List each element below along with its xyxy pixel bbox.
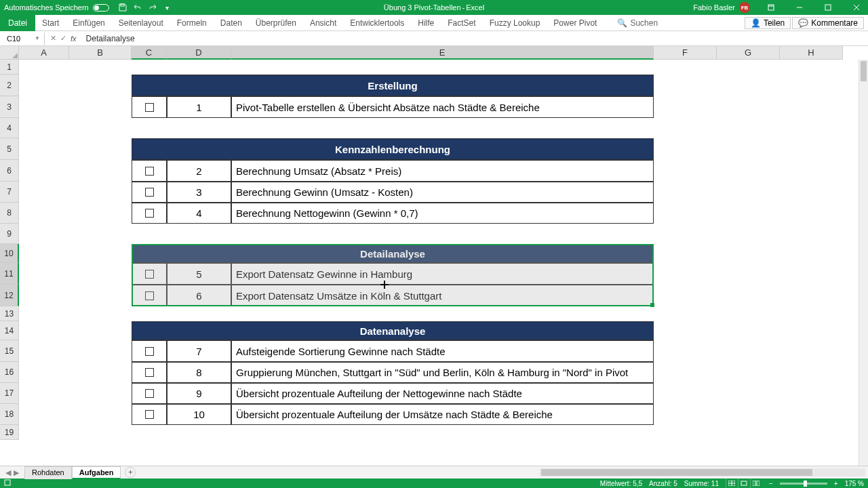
section-header[interactable]: Detailanalyse (132, 244, 654, 263)
autosave-toggle[interactable]: Automatisches Speichern (4, 3, 109, 12)
vertical-scrollbar[interactable] (859, 60, 868, 466)
share-button[interactable]: 👤 Teilen (745, 17, 791, 29)
view-page-layout-icon[interactable] (738, 479, 750, 488)
checkbox-icon[interactable] (145, 209, 154, 218)
sheet-tab[interactable]: Rohdaten (24, 466, 72, 479)
column-header[interactable]: E (231, 46, 654, 60)
checkbox-icon[interactable] (145, 103, 154, 112)
checkbox-icon[interactable] (145, 270, 154, 279)
task-description-cell[interactable]: Gruppierung München, Stuttgart in "Süd" … (231, 362, 654, 383)
checkbox-icon[interactable] (145, 188, 154, 197)
row-header[interactable]: 12 (0, 285, 19, 306)
section-header[interactable]: Datenanalyse (132, 321, 654, 340)
task-description-cell[interactable]: Übersicht prozentuale Aufteilung der Net… (231, 383, 654, 404)
task-number-cell[interactable]: 9 (167, 383, 231, 404)
ribbon-display-options-icon[interactable] (760, 0, 783, 15)
row-header[interactable]: 5 (0, 138, 19, 160)
task-description-cell[interactable]: Berechnung Umsatz (Absatz * Preis) (231, 160, 654, 182)
task-checkbox-cell[interactable] (132, 263, 167, 285)
ribbon-tab[interactable]: Ansicht (303, 15, 343, 31)
row-header[interactable]: 8 (0, 203, 19, 224)
task-description-cell[interactable]: Übersicht prozentuale Aufteilung der Ums… (231, 404, 654, 425)
column-header[interactable]: F (654, 46, 717, 60)
checkbox-icon[interactable] (145, 389, 154, 398)
row-header[interactable]: 1 (0, 60, 19, 75)
ribbon-tab[interactable]: Formeln (170, 15, 214, 31)
task-number-cell[interactable]: 5 (167, 263, 231, 285)
ribbon-tab[interactable]: Überprüfen (249, 15, 303, 31)
task-checkbox-cell[interactable] (132, 383, 167, 404)
task-number-cell[interactable]: 4 (167, 203, 231, 224)
check-icon[interactable]: ✓ (60, 34, 66, 43)
row-header[interactable]: 6 (0, 160, 19, 182)
formula-input[interactable]: Detailanalyse (82, 34, 868, 43)
checkbox-icon[interactable] (145, 167, 154, 176)
row-header[interactable]: 13 (0, 306, 19, 321)
column-header[interactable]: B (69, 46, 132, 60)
column-header[interactable]: G (717, 46, 780, 60)
column-header[interactable]: H (780, 46, 843, 60)
view-page-break-icon[interactable] (750, 479, 762, 488)
select-all-corner[interactable] (0, 46, 19, 60)
task-number-cell[interactable]: 7 (167, 340, 231, 362)
task-number-cell[interactable]: 1 (167, 96, 231, 118)
checkbox-icon[interactable] (145, 347, 154, 356)
column-header[interactable]: C (132, 46, 167, 60)
checkbox-icon[interactable] (145, 291, 154, 300)
checkbox-icon[interactable] (145, 410, 154, 419)
zoom-level[interactable]: 175 % (845, 480, 864, 487)
row-header[interactable]: 19 (0, 425, 19, 440)
ribbon-tab[interactable]: Power Pivot (547, 15, 604, 31)
row-header[interactable]: 7 (0, 182, 19, 203)
column-header[interactable]: A (19, 46, 69, 60)
task-description-cell[interactable]: Berechnung Nettogewinn (Gewinn * 0,7) (231, 203, 654, 224)
task-number-cell[interactable]: 8 (167, 362, 231, 383)
comments-button[interactable]: 💬 Kommentare (792, 17, 864, 29)
sheet-tab[interactable]: Aufgaben (72, 466, 121, 479)
task-description-cell[interactable]: Berechnung Gewinn (Umsatz - Kosten) (231, 182, 654, 203)
ribbon-tab[interactable]: Daten (214, 15, 249, 31)
zoom-in-button[interactable]: + (834, 480, 838, 487)
section-header[interactable]: Kennzahlenberechnung (132, 138, 654, 160)
save-icon[interactable] (119, 3, 127, 12)
row-header[interactable]: 2 (0, 75, 19, 96)
user-account[interactable]: Fabio Basler FB (693, 2, 750, 13)
task-checkbox-cell[interactable] (132, 203, 167, 224)
task-description-cell[interactable]: Pivot-Tabelle erstellen & Übersicht Absä… (231, 96, 654, 118)
task-checkbox-cell[interactable] (132, 404, 167, 425)
sheet-nav-next-icon[interactable]: ▶ (14, 468, 19, 477)
task-description-cell[interactable]: Export Datensatz Umsätze in Köln & Stutt… (231, 285, 654, 306)
row-header[interactable]: 17 (0, 383, 19, 404)
record-macro-icon[interactable] (4, 479, 11, 487)
name-box[interactable]: C10 ▼ (3, 33, 45, 45)
ribbon-tab[interactable]: Hilfe (411, 15, 441, 31)
sheet-nav-prev-icon[interactable]: ◀ (5, 468, 11, 477)
row-header[interactable]: 16 (0, 362, 19, 383)
task-checkbox-cell[interactable] (132, 285, 167, 306)
task-checkbox-cell[interactable] (132, 182, 167, 203)
tab-file[interactable]: Datei (0, 15, 35, 31)
task-number-cell[interactable]: 2 (167, 160, 231, 182)
undo-icon[interactable] (134, 3, 142, 12)
ribbon-tab[interactable]: Fuzzy Lookup (483, 15, 547, 31)
row-header[interactable]: 11 (0, 263, 19, 285)
maximize-button[interactable] (816, 0, 840, 15)
task-checkbox-cell[interactable] (132, 362, 167, 383)
row-header[interactable]: 14 (0, 321, 19, 340)
view-normal-icon[interactable] (726, 479, 738, 488)
ribbon-tab[interactable]: FactSet (441, 15, 482, 31)
section-header[interactable]: Erstellung (132, 75, 654, 96)
minimize-button[interactable] (788, 0, 811, 15)
ribbon-tab[interactable]: Entwicklertools (343, 15, 411, 31)
row-header[interactable]: 10 (0, 244, 19, 263)
ribbon-tab[interactable]: Start (35, 15, 66, 31)
zoom-slider[interactable] (780, 483, 827, 485)
fx-icon[interactable]: fx (71, 35, 77, 43)
row-header[interactable]: 3 (0, 96, 19, 118)
column-header[interactable]: D (167, 46, 231, 60)
task-checkbox-cell[interactable] (132, 340, 167, 362)
zoom-out-button[interactable]: − (769, 480, 773, 487)
task-description-cell[interactable]: Aufsteigende Sortierung Gewinne nach Stä… (231, 340, 654, 362)
row-header[interactable]: 4 (0, 118, 19, 138)
row-header[interactable]: 18 (0, 404, 19, 425)
